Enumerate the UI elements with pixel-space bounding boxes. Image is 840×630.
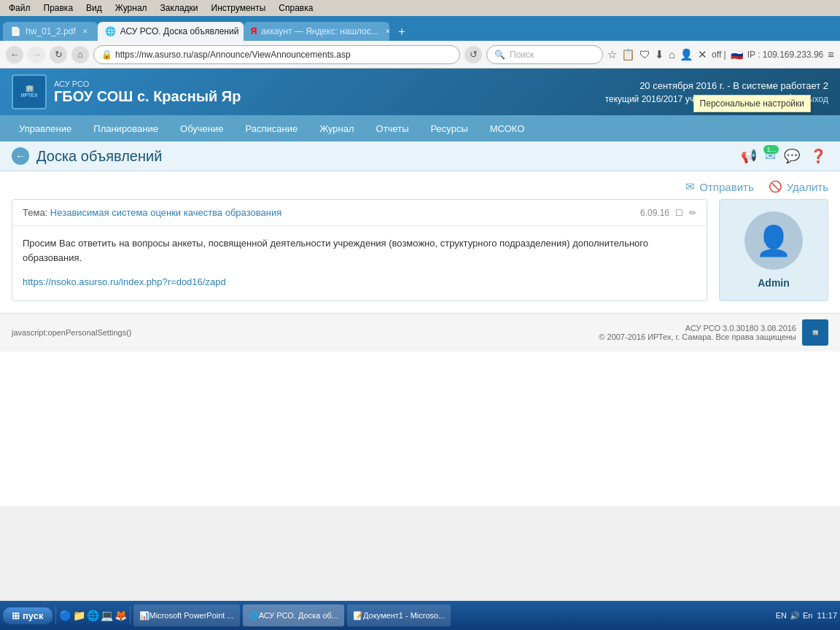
new-tab-button[interactable]: ＋ bbox=[392, 22, 411, 41]
off-badge: off | bbox=[712, 50, 726, 60]
main-layout: Тема: Независимая система оценки качеств… bbox=[0, 199, 840, 313]
tab-label-yandex: аккаунт — Яндекс: нашлос... bbox=[261, 26, 378, 36]
subject-prefix: Тема: bbox=[23, 207, 47, 218]
app-title: ГБОУ СОШ с. Красный Яр bbox=[54, 88, 241, 105]
taskbar-icon-5[interactable]: 🦊 bbox=[114, 610, 127, 621]
windows-icon: ⊞ bbox=[12, 610, 20, 621]
nav-bar: Управление Планирование Обучение Расписа… bbox=[0, 115, 840, 141]
x-icon[interactable]: ✕ bbox=[698, 48, 707, 61]
search-box[interactable]: 🔍 Поиск bbox=[486, 45, 603, 64]
start-button[interactable]: ⊞ пуск bbox=[3, 607, 52, 624]
tab-asurso[interactable]: 🌐 АСУ РСО. Доска объявлений ✕ bbox=[98, 22, 244, 41]
toolbar-icons: ☆ 📋 🛡 ⬇ ⌂ 👤 ✕ off | 🇷🇺 IP : 109.169.233.… bbox=[607, 48, 834, 61]
announce-body: Просим Вас ответить на вопросы анкеты, п… bbox=[12, 226, 707, 300]
menu-icon[interactable]: ≡ bbox=[828, 48, 834, 61]
user-icon[interactable]: 👤 bbox=[680, 48, 693, 61]
locale-label[interactable]: EN bbox=[776, 611, 787, 620]
back-button-page[interactable]: ← bbox=[12, 147, 29, 165]
tooltip-personal-settings: Персональные настройки bbox=[693, 95, 811, 112]
announce-card: Тема: Независимая система оценки качеств… bbox=[12, 199, 707, 301]
edit-icon[interactable]: ✏ bbox=[689, 208, 696, 218]
footer-info: АСУ РСО 3.0.30180 3.08.2016 © 2007-2016 … bbox=[599, 324, 796, 341]
en-flag[interactable]: En bbox=[803, 611, 812, 620]
delete-button[interactable]: 🚫 Удалить bbox=[769, 180, 828, 193]
refresh-button[interactable]: ↻ bbox=[50, 46, 67, 63]
reload-button[interactable]: ↺ bbox=[464, 46, 482, 63]
start-label: пуск bbox=[23, 610, 44, 621]
address-bar: ← → ↻ ⌂ 🔒 https://nw.asurso.ru/asp/Annou… bbox=[0, 41, 840, 69]
tab-label-pdf: hw_01_2.pdf bbox=[26, 26, 76, 36]
checkbox-icon[interactable]: ☐ bbox=[675, 208, 683, 218]
tab-close-pdf[interactable]: ✕ bbox=[80, 26, 90, 36]
page-content: ← Доска объявлений 📢 ✉ 1... 💬 ❓ ✉ Отправ… bbox=[0, 141, 840, 506]
avatar-icon: 👤 bbox=[755, 224, 792, 258]
taskbar-word[interactable]: 📝 Документ1 - Microsо... bbox=[347, 604, 451, 626]
page-header-icons: 📢 ✉ 1... 💬 ❓ bbox=[739, 146, 828, 166]
taskbar: ⊞ пуск 🔵 📁 🌐 💻 🦊 📊 Microsoft PowerPoint … bbox=[0, 601, 840, 630]
forward-button[interactable]: → bbox=[28, 46, 45, 63]
tab-close-yandex[interactable]: ✕ bbox=[383, 26, 389, 36]
ip-label: IP : 109.169.233.96 bbox=[747, 50, 824, 60]
send-button[interactable]: ✉ Отправить bbox=[685, 180, 753, 193]
taskbar-pp-icon: 📊 bbox=[139, 611, 149, 621]
tab-pdf[interactable]: 📄 hw_01_2.pdf ✕ bbox=[3, 22, 98, 41]
chat-icon[interactable]: 💬 bbox=[782, 146, 802, 166]
logo-text: ИРТЕХ bbox=[20, 93, 37, 98]
announce-subject-link[interactable]: Независимая система оценки качества обра… bbox=[50, 207, 281, 218]
home2-icon[interactable]: ⌂ bbox=[669, 48, 675, 61]
taskbar-asurso[interactable]: 🌐 АСУ РСО. Доска об... bbox=[243, 604, 344, 626]
taskbar-powerpoint[interactable]: 📊 Microsoft PowerPoint ... bbox=[133, 604, 240, 626]
footer-copyright: © 2007-2016 ИРТех, г. Самара. Все права … bbox=[599, 332, 796, 341]
search-placeholder: Поиск bbox=[510, 50, 534, 60]
nav-management[interactable]: Управление bbox=[9, 119, 82, 139]
address-text: https://nw.asurso.ru/asp/Announce/ViewAn… bbox=[115, 50, 351, 60]
star-icon[interactable]: ☆ bbox=[607, 48, 617, 61]
taskbar-icon-4[interactable]: 💻 bbox=[101, 610, 113, 621]
nav-education[interactable]: Обучение bbox=[170, 119, 233, 139]
announce-link[interactable]: https://nsoko.asurso.ru/index.php?r=dod1… bbox=[23, 275, 696, 289]
megaphone-icon[interactable]: 📢 bbox=[739, 146, 759, 166]
menu-bookmarks[interactable]: Закладки bbox=[155, 1, 204, 15]
taskbar-separator-1 bbox=[55, 607, 56, 624]
menu-view[interactable]: Вид bbox=[80, 1, 108, 15]
help-icon[interactable]: ❓ bbox=[808, 146, 828, 166]
logo-box: 🏢 ИРТЕХ bbox=[12, 74, 47, 109]
app-subtitle: АСУ РСО bbox=[54, 79, 241, 88]
tab-yandex[interactable]: Я аккаунт — Яндекс: нашлос... ✕ bbox=[244, 22, 389, 41]
menu-journal[interactable]: Журнал bbox=[109, 1, 153, 15]
nav-planning[interactable]: Планирование bbox=[83, 119, 168, 139]
announce-subject-row: Тема: Независимая система оценки качеств… bbox=[23, 207, 281, 218]
taskbar-icon-1[interactable]: 🔵 bbox=[59, 610, 71, 621]
nav-reports[interactable]: Отчеты bbox=[366, 119, 419, 139]
menu-tools[interactable]: Инструменты bbox=[206, 1, 272, 15]
page-header: ← Доска объявлений 📢 ✉ 1... 💬 ❓ bbox=[0, 141, 840, 171]
sound-icon[interactable]: 🔊 bbox=[790, 611, 800, 621]
download-icon[interactable]: ⬇ bbox=[655, 48, 664, 61]
bookmark-icon[interactable]: 📋 bbox=[621, 48, 635, 61]
taskbar-icon-3[interactable]: 🌐 bbox=[87, 610, 99, 621]
taskbar-word-icon: 📝 bbox=[353, 611, 363, 621]
tab-bar: 📄 hw_01_2.pdf ✕ 🌐 АСУ РСО. Доска объявле… bbox=[0, 16, 840, 41]
nav-resources[interactable]: Ресурсы bbox=[421, 119, 478, 139]
flag-icon: 🇷🇺 bbox=[731, 49, 743, 61]
app-logo: 🏢 ИРТЕХ АСУ РСО ГБОУ СОШ с. Красный Яр bbox=[12, 74, 241, 109]
tab-icon-pdf: 📄 bbox=[10, 26, 21, 36]
taskbar-icon-2[interactable]: 📁 bbox=[73, 610, 85, 621]
taskbar-time: 11:17 bbox=[817, 611, 837, 620]
page-title: Доска объявлений bbox=[36, 148, 162, 165]
footer-logo: АСУ РСО 3.0.30180 3.08.2016 © 2007-2016 … bbox=[599, 319, 828, 346]
nav-journal[interactable]: Журнал bbox=[309, 119, 364, 139]
announce-actions: ✉ Отправить 🚫 Удалить bbox=[0, 171, 840, 199]
nav-msoko[interactable]: МСОКО bbox=[480, 119, 535, 139]
notification-badge[interactable]: ✉ 1... bbox=[765, 148, 776, 164]
menu-help[interactable]: Справка bbox=[273, 1, 319, 15]
back-button[interactable]: ← bbox=[6, 46, 23, 63]
send-icon: ✉ bbox=[685, 180, 695, 193]
home-button[interactable]: ⌂ bbox=[71, 46, 89, 63]
nav-schedule[interactable]: Расписание bbox=[235, 119, 308, 139]
shield-icon[interactable]: 🛡 bbox=[639, 48, 650, 61]
address-input[interactable]: 🔒 https://nw.asurso.ru/asp/Announce/View… bbox=[93, 45, 460, 64]
menu-edit[interactable]: Правка bbox=[38, 1, 79, 15]
menu-file[interactable]: Файл bbox=[3, 1, 36, 15]
notification-count: 1... bbox=[763, 145, 779, 154]
